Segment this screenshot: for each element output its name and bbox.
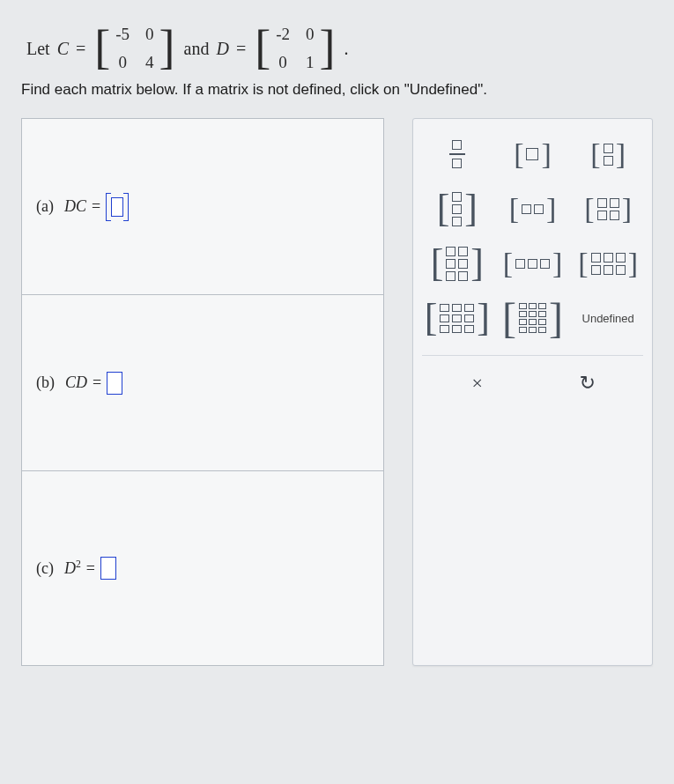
equals: = — [76, 39, 85, 59]
matrix-c-label: C — [57, 39, 69, 59]
close-icon: × — [471, 372, 482, 395]
matrix-d: [ -2 0 0 1 ] — [253, 25, 337, 72]
tool-panel: [] [ ] [ ] [ ] [ — [412, 118, 653, 666]
part-a-tag: (a) — [36, 197, 54, 216]
instruction-text: Find each matrix below. If a matrix is n… — [21, 81, 653, 99]
matrix-1x1-button[interactable]: [] — [498, 133, 567, 175]
part-a-cell: (a) DC = — [22, 119, 383, 295]
part-b-cell: (b) CD = — [22, 295, 383, 471]
part-c-tag: (c) — [36, 559, 54, 578]
equals: = — [86, 559, 95, 578]
equals: = — [236, 39, 246, 59]
matrix-4x3-button[interactable]: [ ] — [498, 297, 567, 339]
part-c-cell: (c) D2 = — [22, 471, 383, 665]
period: . — [344, 39, 349, 59]
part-c-input[interactable] — [100, 557, 116, 580]
reset-button[interactable]: ↺ — [570, 368, 605, 398]
part-a-expr: DC — [64, 197, 86, 216]
and-text: and — [184, 39, 210, 59]
matrix-3x2-button[interactable]: [ ] — [423, 242, 492, 285]
part-b-expr: CD — [65, 374, 87, 392]
matrix-2x1-button[interactable]: [ ] — [574, 133, 642, 175]
problem-statement: Let C = [ -5 0 0 4 ] and D = [ -2 0 0 1 … — [26, 25, 653, 72]
part-c-expr: D2 — [64, 558, 81, 578]
matrix-2x3-button[interactable]: [ ] — [574, 242, 642, 285]
matrix-3x1-button[interactable]: [ ] — [423, 188, 492, 230]
undefined-button[interactable]: Undefined — [574, 297, 642, 339]
part-b-tag: (b) — [36, 374, 55, 392]
equals: = — [93, 374, 101, 392]
answer-table: (a) DC = (b) CD = (c) D2 — [21, 118, 384, 666]
part-a-input[interactable] — [106, 193, 129, 221]
part-b-input[interactable] — [107, 372, 122, 395]
fraction-button[interactable] — [423, 133, 492, 175]
matrix-2x2-button[interactable]: [ ] — [574, 188, 642, 230]
let-text: Let — [26, 39, 50, 59]
matrix-1x2-button[interactable]: [ ] — [498, 188, 567, 230]
equals: = — [92, 197, 100, 216]
clear-button[interactable]: × — [460, 368, 495, 398]
reset-icon: ↺ — [580, 372, 596, 395]
matrix-c: [ -5 0 0 4 ] — [93, 25, 176, 72]
matrix-1x3-button[interactable]: [ ] — [498, 242, 567, 285]
matrix-d-label: D — [216, 39, 228, 59]
matrix-3x3-button[interactable]: [ ] — [423, 297, 492, 339]
